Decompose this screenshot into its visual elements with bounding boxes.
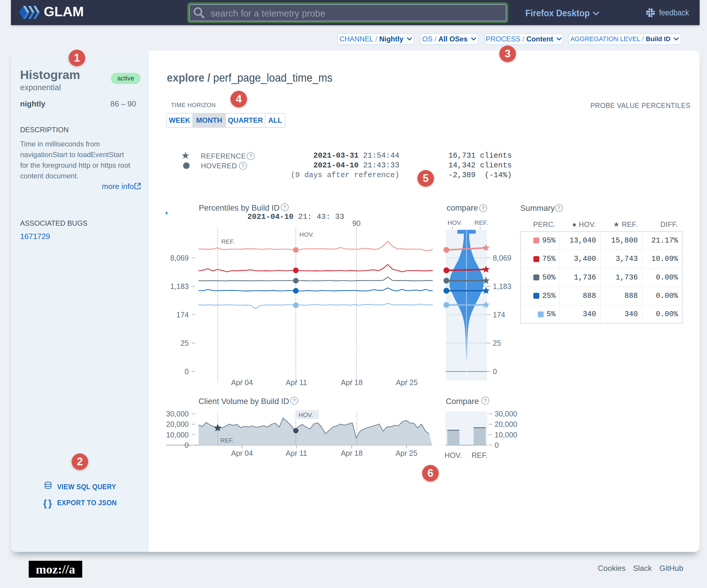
svg-text:0: 0: [184, 441, 189, 449]
svg-text:1,183: 1,183: [493, 282, 511, 290]
svg-text:174: 174: [176, 311, 189, 319]
svg-text:REF.: REF.: [221, 437, 234, 444]
svg-text:0: 0: [493, 367, 497, 376]
svg-text:HOV.: HOV.: [299, 411, 313, 418]
svg-text:30,000: 30,000: [166, 410, 189, 418]
svg-text:8,069: 8,069: [493, 254, 511, 262]
svg-text:Apr 25: Apr 25: [396, 449, 417, 457]
svg-text:REF.: REF.: [474, 219, 488, 226]
svg-text:HOV.: HOV.: [299, 231, 314, 238]
svg-text:1,183: 1,183: [170, 282, 189, 290]
svg-text:20,000: 20,000: [166, 420, 189, 428]
svg-text:Apr 25: Apr 25: [396, 378, 418, 387]
svg-text:25: 25: [180, 339, 189, 347]
svg-text:HOV.: HOV.: [445, 451, 462, 459]
svg-text:Apr 04: Apr 04: [231, 449, 253, 457]
svg-text:Apr 18: Apr 18: [341, 378, 363, 387]
svg-text:HOV.: HOV.: [447, 219, 462, 226]
svg-text:8,069: 8,069: [170, 254, 189, 262]
svg-text:REF.: REF.: [472, 451, 487, 459]
svg-text:0: 0: [184, 367, 189, 376]
svg-text:REF.: REF.: [221, 238, 235, 245]
svg-text:20,000: 20,000: [495, 420, 517, 428]
svg-text:Apr 18: Apr 18: [341, 449, 363, 457]
svg-text:10,000: 10,000: [495, 430, 517, 439]
svg-text:10,000: 10,000: [166, 430, 189, 439]
svg-text:Apr 04: Apr 04: [231, 378, 253, 387]
svg-text:30,000: 30,000: [495, 410, 517, 418]
svg-text:0: 0: [495, 441, 499, 449]
svg-text:Apr 11: Apr 11: [286, 378, 307, 387]
svg-text:174: 174: [493, 311, 505, 319]
svg-text:Apr 11: Apr 11: [286, 449, 307, 457]
svg-text:25: 25: [493, 339, 501, 347]
